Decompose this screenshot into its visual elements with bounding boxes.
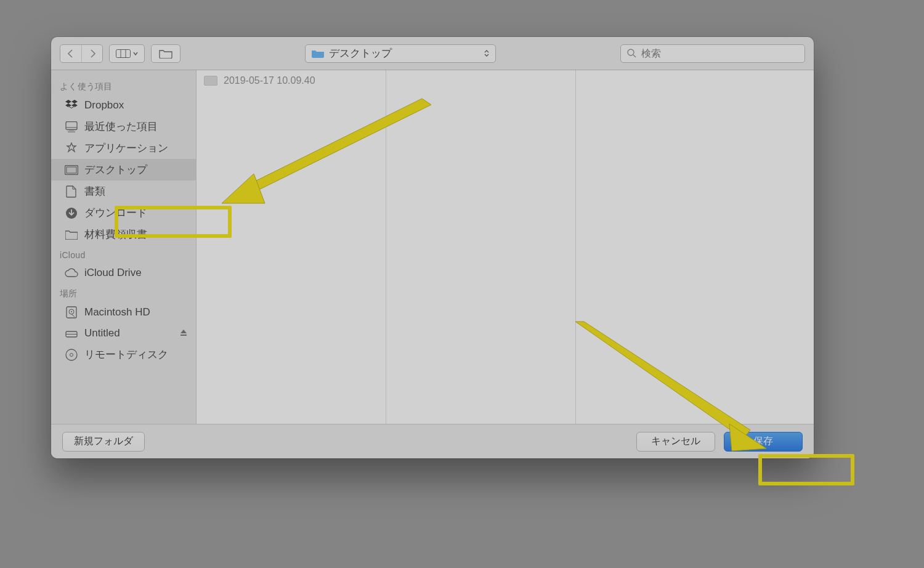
sidebar-item-remote-disc[interactable]: リモートディスク [51,344,196,365]
sidebar-item-macintosh-hd[interactable]: Macintosh HD [51,302,196,323]
button-label: 新規フォルダ [74,435,133,448]
folder-toolbar-icon [159,49,172,59]
sidebar-item-recents[interactable]: 最近使った項目 [51,116,196,137]
folder-icon [65,228,78,241]
chevron-down-icon [133,52,138,55]
hdd-icon [65,306,78,319]
sidebar-item-label: デスクトップ [84,163,147,177]
cancel-button[interactable]: キャンセル [636,432,715,452]
save-dialog: デスクトップ よく使う項目 Dropbox [51,37,814,458]
dialog-body: よく使う項目 Dropbox 最近使った項目 アプリケーション [51,70,814,424]
sidebar-item-custom-folder[interactable]: 材料費領収書 [51,224,196,245]
button-label: キャンセル [651,435,700,448]
svg-point-19 [66,349,77,360]
sidebar-item-downloads[interactable]: ダウンロード [51,202,196,224]
dropbox-icon [65,99,78,112]
sidebar-section-icloud: iCloud [51,245,196,262]
file-name: 2019-05-17 10.09.40 [224,75,315,86]
applications-icon [65,142,78,155]
desktop-icon [65,163,78,177]
button-label: 保存 [753,435,773,448]
image-thumbnail-icon [204,76,217,86]
downloads-icon [65,206,78,220]
svg-line-15 [71,314,75,317]
sidebar-item-documents[interactable]: 書類 [51,181,196,202]
file-row[interactable]: 2019-05-17 10.09.40 [197,73,386,89]
sidebar-item-label: 書類 [84,184,105,198]
sidebar-item-applications[interactable]: アプリケーション [51,137,196,159]
search-field[interactable] [620,44,805,63]
recents-icon [65,120,78,134]
dialog-footer: 新規フォルダ キャンセル 保存 [51,424,814,458]
columns-icon [116,49,131,58]
current-folder-label: デスクトップ [329,46,392,60]
sidebar-item-label: ダウンロード [84,206,147,220]
svg-point-14 [71,311,72,312]
sidebar-item-untitled-disk[interactable]: Untitled [51,323,196,344]
eject-icon[interactable] [180,328,187,338]
sidebar-item-label: iCloud Drive [84,267,142,279]
sidebar-item-label: Dropbox [84,99,124,112]
svg-point-20 [70,353,73,356]
disc-icon [65,348,78,362]
column-view: 2019-05-17 10.09.40 [197,70,814,424]
save-button[interactable]: 保存 [724,432,803,452]
chevron-left-icon [68,49,74,58]
chevron-right-icon [89,49,95,58]
sidebar-item-label: 材料費領収書 [84,227,147,241]
current-folder-popup[interactable]: デスクトップ [305,44,496,63]
external-disk-icon [65,327,78,340]
file-column-2[interactable] [386,70,576,424]
toolbar: デスクトップ [51,37,814,70]
search-input[interactable] [641,48,798,59]
sidebar-item-label: アプリケーション [84,141,168,155]
svg-rect-5 [66,121,77,129]
sidebar-section-locations: 場所 [51,283,196,302]
sidebar-section-favorites: よく使う項目 [51,76,196,95]
svg-rect-10 [67,167,76,173]
nav-back-forward-group [60,44,103,63]
view-mode-button[interactable] [109,44,145,63]
group-by-button[interactable] [151,44,180,63]
sidebar-item-label: 最近使った項目 [84,120,158,134]
documents-icon [65,185,78,198]
folder-blue-icon [312,49,324,58]
up-down-icon [484,50,489,57]
new-folder-button[interactable]: 新規フォルダ [62,432,145,452]
file-column-3[interactable] [576,70,814,424]
sidebar-item-desktop[interactable]: デスクトップ [51,159,196,181]
icloud-icon [65,266,78,280]
sidebar-item-dropbox[interactable]: Dropbox [51,95,196,116]
annotation-highlight-save [758,454,854,485]
svg-point-3 [628,49,634,55]
file-column-1[interactable]: 2019-05-17 10.09.40 [197,70,386,424]
sidebar-item-label: Untitled [84,327,120,339]
svg-rect-0 [116,49,131,57]
sidebar-item-label: リモートディスク [84,347,168,362]
svg-rect-18 [180,335,187,336]
search-icon [627,49,636,58]
sidebar-item-icloud-drive[interactable]: iCloud Drive [51,262,196,283]
nav-forward-button[interactable] [81,45,102,62]
svg-line-4 [633,55,636,57]
nav-back-button[interactable] [60,45,81,62]
sidebar-item-label: Macintosh HD [84,306,150,318]
sidebar: よく使う項目 Dropbox 最近使った項目 アプリケーション [51,70,197,424]
